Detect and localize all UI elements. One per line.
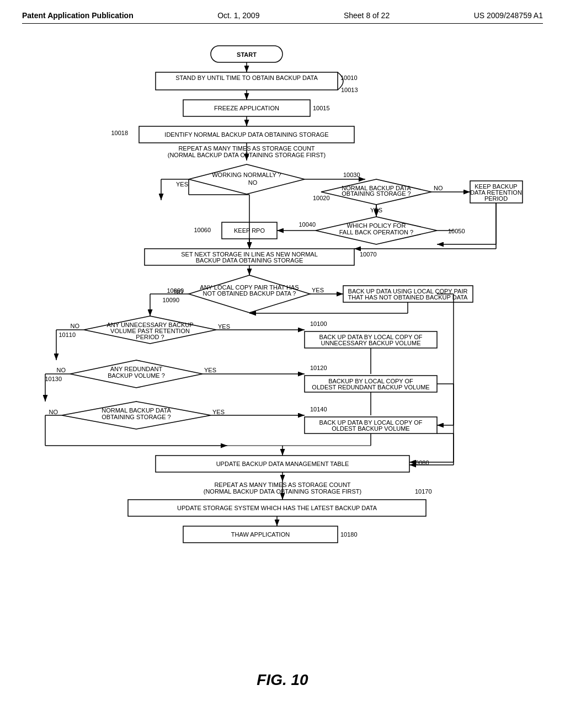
flowchart-container: text { font-family: Arial, sans-serif; f… [34, 35, 531, 666]
svg-text:10140: 10140 [310, 406, 327, 413]
svg-text:YES: YES [204, 367, 216, 373]
page: Patent Application Publication Oct. 1, 2… [0, 0, 565, 728]
svg-text:10110: 10110 [58, 331, 76, 338]
svg-text:10170: 10170 [415, 488, 432, 495]
svg-text:START: START [237, 51, 257, 58]
svg-text:NOT OBTAINED BACKUP DATA ?: NOT OBTAINED BACKUP DATA ? [203, 290, 296, 297]
svg-text:PERIOD: PERIOD [484, 195, 508, 202]
svg-text:YES: YES [218, 323, 230, 330]
svg-text:IDENTIFY NORMAL BACKUP DATA OB: IDENTIFY NORMAL BACKUP DATA OBTAINING ST… [164, 131, 328, 138]
svg-text:10020: 10020 [313, 195, 330, 201]
svg-text:WORKING NORMALLY ?: WORKING NORMALLY ? [212, 172, 281, 178]
svg-text:10030: 10030 [343, 172, 360, 178]
header-patent: US 2009/248759 A1 [474, 11, 543, 20]
svg-text:10013: 10013 [341, 87, 358, 93]
svg-text:ANY REDUNDANT: ANY REDUNDANT [110, 366, 163, 372]
svg-text:YES: YES [312, 287, 324, 293]
header-date: Oct. 1, 2009 [217, 11, 259, 20]
svg-text:YES: YES [212, 409, 225, 415]
svg-text:10130: 10130 [45, 376, 62, 382]
svg-text:10040: 10040 [299, 221, 316, 228]
diagram-area: text { font-family: Arial, sans-serif; f… [22, 35, 543, 689]
svg-text:UPDATE BACKUP DATA MANAGEMENT : UPDATE BACKUP DATA MANAGEMENT TABLE [216, 461, 349, 467]
svg-text:10120: 10120 [310, 365, 327, 371]
svg-text:NO: NO [248, 179, 258, 186]
svg-text:PERIOD ?: PERIOD ? [136, 334, 164, 340]
svg-marker-19 [189, 164, 305, 194]
svg-text:NO: NO [57, 367, 66, 373]
svg-text:STAND BY UNTIL TIME TO OBTAIN : STAND BY UNTIL TIME TO OBTAIN BACKUP DAT… [175, 74, 318, 81]
svg-text:10180: 10180 [340, 531, 358, 538]
svg-text:NORMAL BACKUP DATA: NORMAL BACKUP DATA [102, 407, 171, 414]
svg-text:10070: 10070 [360, 251, 377, 258]
header-publication: Patent Application Publication [22, 11, 134, 20]
flowchart-svg: text { font-family: Arial, sans-serif; f… [34, 35, 531, 663]
header-sheet: Sheet 8 of 22 [344, 11, 390, 20]
svg-text:OLDEST BACKUP VOLUME: OLDEST BACKUP VOLUME [332, 425, 409, 432]
svg-text:10060: 10060 [194, 227, 211, 233]
svg-text:10090: 10090 [162, 297, 179, 303]
svg-text:OLDEST REDUNDANT BACKUP VOLUME: OLDEST REDUNDANT BACKUP VOLUME [312, 384, 429, 390]
svg-text:UNNECESSARY BACKUP VOLUME: UNNECESSARY BACKUP VOLUME [321, 340, 421, 346]
svg-text:NO: NO [71, 323, 80, 329]
svg-text:WHICH POLICY FOR: WHICH POLICY FOR [347, 222, 406, 229]
svg-text:YES: YES [176, 181, 188, 188]
svg-text:10015: 10015 [313, 105, 330, 111]
svg-text:BACKUP VOLUME ?: BACKUP VOLUME ? [108, 372, 165, 379]
svg-text:BACKUP DATA OBTAINING STORAGE: BACKUP DATA OBTAINING STORAGE [196, 257, 303, 264]
svg-text:10100: 10100 [310, 320, 327, 327]
svg-text:10018: 10018 [111, 130, 128, 136]
svg-text:UPDATE STORAGE SYSTEM WHICH HA: UPDATE STORAGE SYSTEM WHICH HAS THE LATE… [177, 505, 377, 511]
svg-text:FREEZE APPLICATION: FREEZE APPLICATION [214, 105, 279, 111]
svg-text:THAW APPLICATION: THAW APPLICATION [231, 531, 290, 538]
figure-label: FIG. 10 [257, 671, 308, 689]
svg-text:OBTAINING STORAGE ?: OBTAINING STORAGE ? [342, 190, 411, 197]
svg-text:OBTAINING STORAGE ?: OBTAINING STORAGE ? [102, 414, 171, 420]
header: Patent Application Publication Oct. 1, 2… [22, 11, 543, 24]
svg-text:THAT HAS NOT OBTAINED BACKUP D: THAT HAS NOT OBTAINED BACKUP DATA [348, 294, 468, 301]
svg-text:NO: NO [49, 409, 58, 415]
svg-text:FALL BACK OPERATION ?: FALL BACK OPERATION ? [339, 229, 414, 235]
svg-text:10050: 10050 [448, 228, 465, 234]
svg-text:NO: NO [434, 185, 443, 191]
